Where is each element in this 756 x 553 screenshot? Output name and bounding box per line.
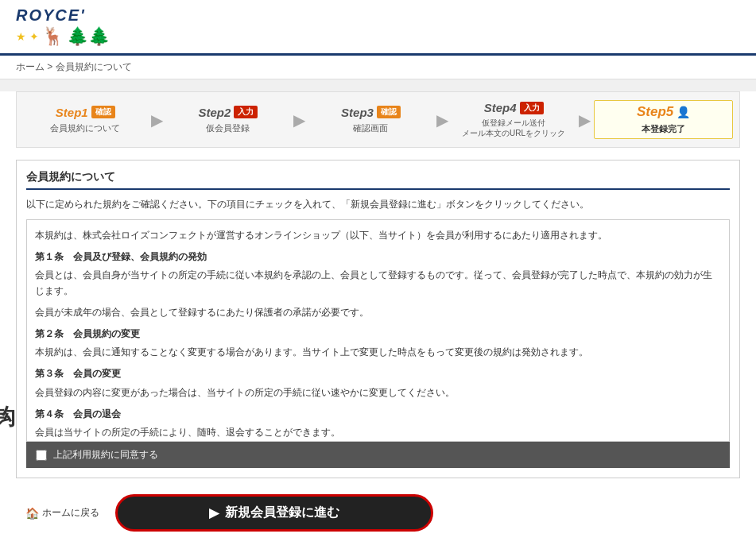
breadcrumb-current: 会員規約について	[56, 61, 132, 72]
arrow4: ▶	[579, 110, 591, 130]
arrow1: ▶	[151, 110, 163, 130]
article3-title: 第３条 会員の変更	[35, 366, 721, 381]
step1-title: Step1	[56, 106, 88, 119]
home-icon: 🏠	[25, 507, 39, 520]
step4-header: Step4 入力	[484, 101, 544, 114]
footer-buttons: 🏠 ホームに戻る ▶ 新規会員登録に進む	[16, 488, 740, 538]
step1-header: Step1 確認	[56, 106, 115, 119]
step2-header: Step2 入力	[198, 106, 258, 119]
logo-icon-area: ★ ✦ 🦌 🌲🌲	[16, 26, 110, 47]
step3-label: 確認画面	[353, 122, 388, 134]
breadcrumb-home[interactable]: ホーム	[16, 61, 45, 72]
step4-label: 仮登録メール送付メール本文のURLをクリック	[462, 118, 565, 138]
article2-content: 本規約は、会員に通知することなく変更する場合があります。当サイト上で変更した時点…	[35, 345, 721, 360]
step4-title: Step4	[484, 101, 517, 114]
step1-item: Step1 確認 会員規約について	[23, 106, 148, 134]
tree-icon: 🌲🌲	[67, 26, 110, 47]
main-content: Step1 確認 会員規約について ▶ Step2 入力 仮会員登録 ▶ Ste…	[0, 91, 756, 553]
step5-label: 本登録完了	[642, 123, 685, 135]
content-area: 打钩 本規約は、株式会社ロイズコンフェクトが運営するオンラインショップ（以下、当…	[26, 219, 730, 468]
step5-title: Step5	[637, 104, 673, 120]
home-link-label: ホームに戻る	[42, 506, 99, 520]
article1-title: 第１条 会員及び登録、会員規約の発効	[35, 249, 721, 265]
arrow2: ▶	[293, 110, 305, 130]
step1-label: 会員規約について	[50, 122, 120, 134]
article2-title: 第２条 会員規約の変更	[35, 327, 721, 342]
check-annotation: 打钩	[0, 402, 15, 432]
article1-content2: 会員が未成年の場合、会員として登録するにあたり保護者の承諾が必要です。	[35, 305, 721, 320]
reindeer-icon: 🦌	[42, 26, 64, 47]
step3-header: Step3 確認	[341, 106, 401, 119]
step2-label: 仮会員登録	[206, 122, 250, 134]
page-header: ROYCE' ★ ✦ 🦌 🌲🌲	[0, 0, 756, 56]
logo-area: ROYCE' ★ ✦ 🦌 🌲🌲	[16, 6, 110, 47]
step2-item: Step2 入力 仮会員登録	[166, 106, 291, 134]
step5-item: Step5 👤 本登録完了	[594, 100, 733, 139]
step5-person-icon: 👤	[677, 106, 690, 118]
register-btn-label: 新規会員登録に進む	[225, 505, 339, 521]
register-btn-icon: ▶	[209, 505, 219, 520]
agree-label[interactable]: 上記利用規約に同意する	[53, 448, 158, 462]
step4-item: Step4 入力 仮登録メール送付メール本文のURLをクリック	[452, 101, 576, 138]
article3-content: 会員登録の内容に変更があった場合は、当サイトの所定の手続に従い速やかに変更してく…	[35, 385, 721, 400]
stars-icon: ★ ✦	[16, 30, 39, 43]
terms-scroll-box[interactable]: 本規約は、株式会社ロイズコンフェクトが運営するオンラインショップ（以下、当サイト…	[26, 219, 730, 442]
step5-header: Step5 👤	[637, 104, 690, 120]
steps-bar: Step1 確認 会員規約について ▶ Step2 入力 仮会員登録 ▶ Ste…	[16, 91, 740, 148]
logo-text: ROYCE'	[16, 6, 86, 25]
register-button[interactable]: ▶ 新規会員登録に進む	[115, 494, 433, 532]
terms-intro: 本規約は、株式会社ロイズコンフェクトが運営するオンラインショップ（以下、当サイト…	[35, 228, 721, 243]
step2-title: Step2	[198, 106, 231, 119]
article4-title: 第４条 会員の退会	[35, 407, 721, 422]
breadcrumb: ホーム > 会員規約について	[0, 56, 756, 79]
step3-badge: 確認	[377, 106, 401, 118]
step2-badge: 入力	[234, 106, 258, 118]
article1-content: 会員とは、会員自身が当サイトの所定の手続に従い本規約を承認の上、会員として登録す…	[35, 268, 721, 298]
checkbox-row: 上記利用規約に同意する	[26, 442, 730, 468]
step3-title: Step3	[341, 106, 374, 119]
article4-content: 会員は当サイトの所定の手続により、随時、退会することができます。	[35, 425, 721, 440]
home-link[interactable]: 🏠 ホームに戻る	[25, 506, 99, 520]
arrow3: ▶	[436, 110, 448, 130]
breadcrumb-separator: >	[47, 61, 55, 72]
agree-checkbox[interactable]	[36, 450, 47, 461]
intro-text: 以下に定められた規約をご確認ください。下の項目にチェックを入れて、「新規会員登録…	[26, 198, 730, 211]
step3-item: Step3 確認 確認画面	[308, 106, 433, 134]
section-title: 会員規約について	[26, 170, 730, 190]
step4-badge: 入力	[520, 102, 544, 114]
step1-badge: 確認	[91, 106, 115, 118]
section-wrapper: 会員規約について 以下に定められた規約をご確認ください。下の項目にチェックを入れ…	[16, 160, 740, 478]
